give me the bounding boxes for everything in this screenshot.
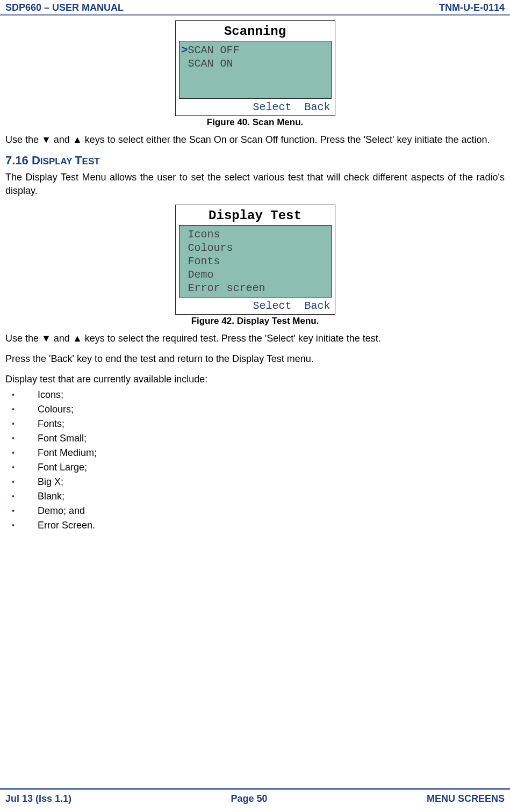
paragraph: Use the ▼ and ▲ keys to select either th… [5, 133, 505, 146]
menu-item-colours[interactable]: Colours [182, 242, 233, 254]
heading-est: EST [82, 156, 100, 166]
section-heading-7-16: 7.16 DISPLAY TEST [5, 154, 505, 168]
page-footer: Jul 13 (Iss 1.1) Page 50 MENU SCREENS [0, 788, 510, 807]
page-header: SDP660 – USER MANUAL TNM-U-E-0114 [0, 0, 510, 16]
header-left: SDP660 – USER MANUAL [5, 2, 124, 13]
list-item: Icons; [12, 389, 505, 401]
menu-item-error-screen[interactable]: Error screen [182, 282, 265, 294]
list-item: Error Screen. [12, 520, 505, 531]
paragraph: Use the ▼ and ▲ keys to select the requi… [5, 332, 505, 345]
paragraph: The Display Test Menu allows the user to… [5, 171, 505, 197]
menu-item-demo[interactable]: Demo [182, 269, 214, 281]
list-item: Font Small; [12, 433, 505, 444]
paragraph: Display test that are currently availabl… [5, 373, 505, 386]
header-right: TNM-U-E-0114 [439, 2, 505, 13]
device-screen-display-test: Display Test Icons Colours Fonts Demo Er… [175, 205, 335, 315]
list-item: Font Medium; [12, 447, 505, 459]
screen-body: Icons Colours Fonts Demo Error screen [179, 225, 332, 298]
heading-isplay: ISPLAY [40, 156, 75, 166]
footer-center: Page 50 [231, 793, 268, 804]
softkey-back[interactable]: Back [304, 300, 330, 312]
figure-caption-40: Figure 40. Scan Menu. [5, 117, 505, 128]
softkey-row: Select Back [176, 99, 335, 115]
heading-number: 7.16 [5, 154, 32, 167]
heading-t: T [75, 154, 82, 167]
paragraph: Press the 'Back' key to end the test and… [5, 352, 505, 365]
softkey-select[interactable]: Select [253, 300, 291, 312]
bullet-list: Icons; Colours; Fonts; Font Small; Font … [12, 389, 505, 531]
menu-item-scan-on[interactable]: SCAN ON [182, 57, 233, 70]
figure-caption-42: Figure 42. Display Test Menu. [5, 316, 505, 327]
screen-body: >SCAN OFF SCAN ON [179, 41, 332, 99]
screen-title: Display Test [176, 205, 335, 225]
list-item: Big X; [12, 476, 505, 488]
menu-item-scan-off[interactable]: SCAN OFF [188, 44, 240, 56]
list-item: Demo; and [12, 505, 505, 517]
menu-item-icons[interactable]: Icons [182, 228, 220, 241]
cursor-icon: > [182, 44, 188, 56]
list-item: Font Large; [12, 462, 505, 473]
page: SDP660 – USER MANUAL TNM-U-E-0114 Scanni… [0, 0, 510, 812]
menu-item-fonts[interactable]: Fonts [182, 255, 220, 267]
softkey-back[interactable]: Back [304, 101, 330, 113]
softkey-select[interactable]: Select [253, 101, 291, 113]
list-item: Colours; [12, 404, 505, 415]
footer-left: Jul 13 (Iss 1.1) [5, 793, 71, 804]
list-item: Blank; [12, 491, 505, 502]
device-screen-scanning: Scanning >SCAN OFF SCAN ON Select Back [175, 20, 335, 116]
heading-d: D [32, 154, 40, 167]
footer-right: MENU SCREENS [427, 793, 505, 804]
list-item: Fonts; [12, 418, 505, 430]
softkey-row: Select Back [176, 298, 335, 314]
page-content: Scanning >SCAN OFF SCAN ON Select Back F… [0, 20, 510, 531]
screen-title: Scanning [176, 21, 335, 41]
